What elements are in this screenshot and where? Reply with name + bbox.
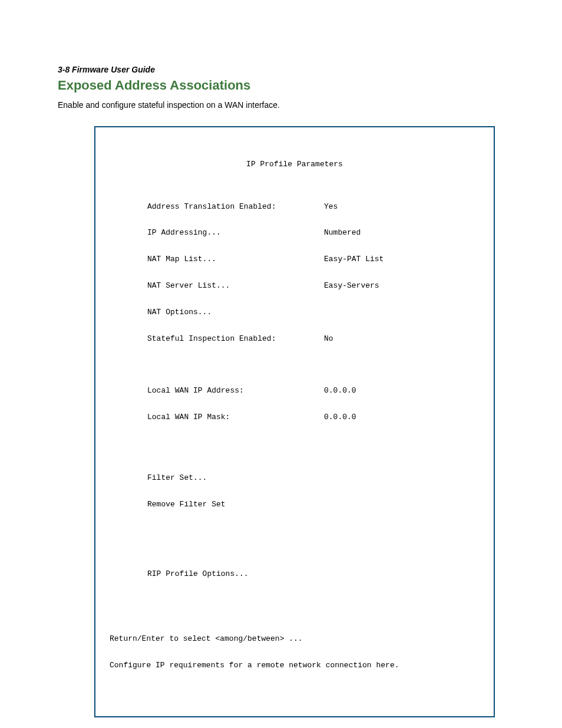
lwmask-label: Local WAN IP Mask: [106, 413, 324, 422]
ate-label: Address Translation Enabled: [106, 203, 324, 212]
natmap-label: NAT Map List... [106, 255, 324, 264]
sie-value: No [324, 335, 333, 344]
ip-profile-parameters-box-1: IP Profile Parameters Address Translatio… [94, 126, 495, 717]
section-number: 3-8 [58, 65, 70, 74]
rmfilter-label: Remove Filter Set [106, 500, 324, 509]
natopt-label: NAT Options... [106, 308, 324, 317]
lwip-label: Local WAN IP Address: [106, 387, 324, 396]
intro-text: Enable and configure stateful inspection… [58, 100, 509, 110]
lwmask-value: 0.0.0.0 [324, 413, 356, 422]
natsrv-value: Easy-Servers [324, 282, 379, 291]
page-title: Exposed Address Associations [58, 78, 509, 93]
filter-label: Filter Set... [106, 474, 324, 483]
rip-label: RIP Profile Options... [106, 570, 324, 579]
natmap-value: Easy-PAT List [324, 255, 384, 264]
page-header: 3-8 Firmware User Guide [58, 65, 509, 74]
document-page: 3-8 Firmware User Guide Exposed Address … [0, 0, 562, 728]
box1-title: IP Profile Parameters [106, 160, 483, 169]
ate-value: Yes [324, 203, 338, 212]
box1-footer-2: Configure IP requirements for a remote n… [110, 661, 483, 670]
guide-title: Firmware User Guide [70, 65, 155, 74]
sie-label: Stateful Inspection Enabled: [106, 335, 324, 344]
ipaddr-label: IP Addressing... [106, 229, 324, 238]
box1-footer-1: Return/Enter to select <among/between> .… [110, 635, 483, 644]
natsrv-label: NAT Server List... [106, 282, 324, 291]
lwip-value: 0.0.0.0 [324, 387, 356, 396]
ipaddr-value: Numbered [324, 229, 361, 238]
